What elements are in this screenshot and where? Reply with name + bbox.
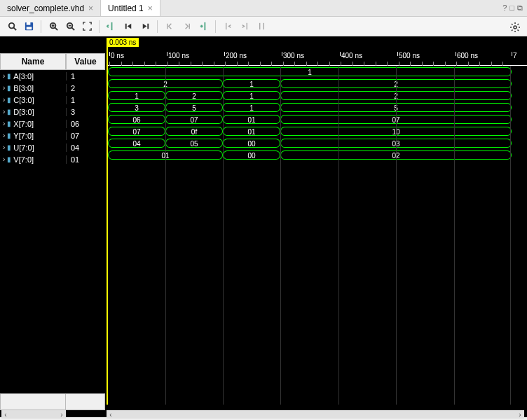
- expand-icon[interactable]: ›: [3, 84, 5, 92]
- bus-value: 1: [249, 104, 254, 111]
- signal-name[interactable]: ›▮A[3:0]: [0, 72, 66, 80]
- bottom-bar: [0, 393, 105, 410]
- signal-value: 06: [66, 120, 105, 128]
- wave-row[interactable]: 04050003: [105, 138, 527, 150]
- expand-icon[interactable]: ›: [3, 155, 5, 163]
- signal-name[interactable]: ›▮V[7:0]: [0, 155, 66, 164]
- zoom-in-button[interactable]: [46, 19, 61, 34]
- bus-segment: 01: [223, 115, 280, 124]
- time-ruler[interactable]: 0 ns100 ns200 ns300 ns400 ns500 ns600 ns…: [107, 52, 527, 66]
- main-area: Name Value ›▮A[3:0]1›▮B[3:0]2›▮C[3:0]1›▮…: [0, 36, 527, 417]
- signal-name[interactable]: ›▮C[3:0]: [0, 96, 66, 104]
- settings-button[interactable]: [507, 20, 523, 35]
- bus-segment: 2: [165, 91, 223, 100]
- value-header[interactable]: Value: [66, 53, 105, 70]
- wave-area[interactable]: 12121212351506070107070f0110040500030100…: [105, 66, 527, 162]
- wave-row[interactable]: 1: [105, 66, 527, 78]
- signal-row[interactable]: ›▮U[7:0]04: [0, 141, 105, 153]
- restore-icon[interactable]: ⧉: [517, 4, 523, 13]
- next-marker-button[interactable]: [237, 19, 252, 34]
- search-button[interactable]: [4, 19, 20, 34]
- swap-markers-button[interactable]: [254, 19, 269, 34]
- tab-untitled[interactable]: Untitled 1 ×: [101, 0, 160, 16]
- signal-row[interactable]: ›▮D[3:0]3: [0, 106, 105, 118]
- svg-line-1: [13, 27, 16, 30]
- wave-row[interactable]: 212: [105, 78, 527, 90]
- signal-row[interactable]: ›▮V[7:0]01: [0, 153, 105, 165]
- expand-icon[interactable]: ›: [3, 144, 5, 151]
- expand-icon[interactable]: ›: [3, 72, 5, 80]
- time-tick-label: 600 ns: [457, 52, 478, 59]
- scroll-left-icon[interactable]: ‹: [1, 411, 10, 419]
- next-transition-button[interactable]: [179, 19, 194, 34]
- scroll-right-icon[interactable]: ›: [516, 411, 524, 419]
- time-tick-label: 200 ns: [226, 52, 247, 59]
- bus-segment: 1: [223, 79, 280, 88]
- expand-icon[interactable]: ›: [3, 120, 5, 127]
- signal-row[interactable]: ›▮Y[7:0]07: [0, 130, 105, 141]
- signal-row[interactable]: ›▮B[3:0]2: [0, 82, 105, 94]
- prev-transition-button[interactable]: [162, 19, 177, 34]
- bus-icon: ▮: [7, 72, 11, 80]
- svg-point-0: [8, 23, 14, 29]
- expand-icon[interactable]: ›: [3, 96, 5, 104]
- scroll-right-icon[interactable]: ›: [57, 411, 66, 419]
- zoom-out-button[interactable]: [62, 19, 78, 34]
- tab-solver[interactable]: solver_complete.vhd ×: [0, 0, 101, 16]
- signal-row[interactable]: ›▮X[7:0]06: [0, 118, 105, 130]
- bus-segment: 01: [223, 127, 280, 136]
- save-button[interactable]: [21, 19, 36, 34]
- signal-name[interactable]: ›▮B[3:0]: [0, 84, 66, 92]
- signal-value: 2: [66, 84, 105, 92]
- add-marker-button[interactable]: [196, 19, 211, 34]
- signal-name[interactable]: ›▮X[7:0]: [0, 120, 66, 128]
- signal-row[interactable]: ›▮A[3:0]1: [0, 70, 105, 82]
- wave-row[interactable]: 06070107: [105, 114, 527, 126]
- svg-line-6: [55, 27, 57, 30]
- time-tick-label: 100 ns: [168, 52, 189, 59]
- name-header[interactable]: Name: [0, 53, 66, 70]
- close-icon[interactable]: ×: [148, 4, 153, 13]
- go-to-end-button[interactable]: [137, 19, 153, 34]
- bus-value: 05: [190, 139, 198, 147]
- svg-rect-4: [26, 27, 32, 29]
- signal-row[interactable]: ›▮C[3:0]1: [0, 94, 105, 106]
- bus-value: 1: [135, 92, 139, 99]
- help-icon[interactable]: ?: [502, 4, 507, 13]
- wave-row[interactable]: 1212: [105, 90, 527, 102]
- bus-segment: 1: [223, 103, 280, 112]
- svg-point-24: [514, 26, 516, 29]
- time-tick-label: 400 ns: [341, 52, 362, 59]
- expand-icon[interactable]: ›: [3, 108, 5, 115]
- signal-name[interactable]: ›▮D[3:0]: [0, 108, 66, 116]
- bus-value: 1: [249, 92, 254, 99]
- bus-value: 2: [192, 92, 196, 99]
- wave-row[interactable]: 3515: [105, 102, 527, 114]
- wave-row[interactable]: 010002: [105, 150, 527, 162]
- signal-name[interactable]: ›▮U[7:0]: [0, 144, 66, 152]
- wave-row[interactable]: 070f0110: [105, 126, 527, 138]
- svg-rect-14: [147, 24, 149, 29]
- toolbar: [0, 17, 527, 36]
- maximize-icon[interactable]: □: [509, 4, 514, 13]
- zoom-fit-button[interactable]: [79, 19, 95, 34]
- bus-segment: 0f: [165, 127, 223, 136]
- close-icon[interactable]: ×: [88, 4, 93, 13]
- bus-segment: 07: [108, 127, 165, 136]
- h-scrollbar-main[interactable]: ‹›: [107, 410, 524, 419]
- tab-label: Untitled 1: [108, 4, 144, 13]
- go-to-cursor-button[interactable]: [104, 19, 119, 34]
- bus-icon: ▮: [7, 84, 11, 92]
- bus-value: 1: [249, 80, 254, 88]
- scroll-left-icon[interactable]: ‹: [107, 411, 115, 419]
- prev-marker-button[interactable]: [220, 19, 235, 34]
- go-to-start-button[interactable]: [121, 19, 136, 34]
- time-tick-label: 500 ns: [399, 52, 420, 59]
- signal-name[interactable]: ›▮Y[7:0]: [0, 132, 66, 140]
- bus-icon: ▮: [7, 132, 11, 139]
- waveform-panel[interactable]: 0.003 ns 0 ns100 ns200 ns300 ns400 ns500…: [105, 36, 527, 417]
- h-scrollbar-left[interactable]: ‹›: [1, 410, 66, 419]
- bus-value: 00: [247, 139, 255, 147]
- bus-segment: 1: [108, 67, 512, 76]
- expand-icon[interactable]: ›: [3, 132, 5, 139]
